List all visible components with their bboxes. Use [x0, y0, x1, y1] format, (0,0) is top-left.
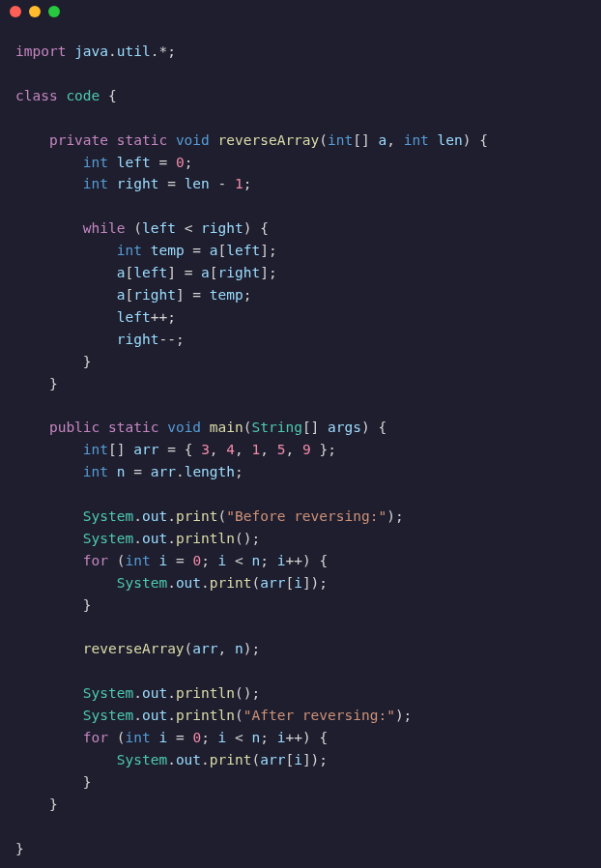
class-System: System: [83, 685, 133, 701]
var-right: right: [117, 332, 159, 347]
var-i: i: [158, 730, 167, 745]
var-a: a: [117, 287, 126, 303]
var-arr: arr: [133, 442, 158, 457]
type-int: int: [83, 442, 108, 457]
type-int: int: [404, 132, 429, 148]
method-print: print: [210, 752, 252, 767]
keyword-while: while: [83, 220, 126, 236]
close-dot[interactable]: [10, 6, 21, 17]
field-out: out: [142, 508, 167, 524]
var-args: args: [328, 420, 361, 435]
var-left: left: [133, 265, 167, 280]
var-n: n: [252, 730, 261, 745]
num-0: 0: [192, 553, 201, 568]
type-int: int: [126, 553, 151, 568]
var-a: a: [201, 265, 210, 280]
field-out: out: [142, 531, 167, 546]
var-n: n: [235, 641, 243, 656]
minimize-dot[interactable]: [29, 6, 41, 17]
type-int: int: [328, 132, 353, 148]
keyword-static: static: [108, 420, 158, 435]
var-temp: temp: [210, 287, 243, 303]
num-4: 4: [226, 442, 235, 457]
pkg-java: java: [74, 43, 108, 59]
type-int: int: [83, 176, 108, 191]
pkg-util: util: [117, 43, 151, 59]
string-before: "Before reversing:": [226, 508, 386, 524]
class-System: System: [83, 708, 133, 723]
var-arr: arr: [260, 575, 285, 591]
type-int: int: [126, 730, 151, 745]
type-int: int: [117, 243, 142, 258]
method-println: println: [176, 708, 235, 723]
class-System: System: [117, 575, 167, 591]
var-len: len: [438, 132, 463, 148]
code-editor[interactable]: import java.util.*; class code { private…: [0, 23, 601, 868]
type-int: int: [83, 464, 108, 479]
method-print: print: [210, 575, 252, 591]
var-len: len: [185, 176, 210, 191]
method-reverseArray: reverseArray: [218, 132, 320, 148]
call-reverseArray: reverseArray: [83, 641, 185, 656]
keyword-for: for: [83, 730, 108, 745]
field-out: out: [142, 685, 167, 701]
method-print: print: [176, 508, 218, 524]
method-println: println: [176, 685, 235, 701]
method-main: main: [210, 420, 243, 435]
var-temp: temp: [151, 243, 185, 258]
var-i: i: [294, 752, 302, 767]
keyword-void: void: [176, 132, 210, 148]
keyword-private: private: [49, 132, 108, 148]
class-code: code: [66, 88, 100, 103]
prop-length: length: [185, 464, 235, 479]
var-n: n: [117, 464, 126, 479]
var-a: a: [117, 265, 126, 280]
keyword-import: import: [15, 43, 66, 59]
field-out: out: [176, 575, 201, 591]
var-i: i: [218, 553, 227, 568]
keyword-class: class: [15, 88, 58, 103]
var-i: i: [218, 730, 227, 745]
class-System: System: [83, 531, 133, 546]
num-0: 0: [176, 155, 185, 170]
var-arr: arr: [192, 641, 217, 656]
method-println: println: [176, 531, 235, 546]
keyword-static: static: [117, 132, 167, 148]
num-9: 9: [302, 442, 311, 457]
var-right: right: [201, 220, 243, 236]
var-left: left: [142, 220, 176, 236]
maximize-dot[interactable]: [48, 6, 60, 17]
var-right: right: [117, 176, 159, 191]
class-System: System: [117, 752, 167, 767]
class-System: System: [83, 508, 133, 524]
num-3: 3: [201, 442, 210, 457]
num-0: 0: [192, 730, 201, 745]
var-i: i: [294, 575, 302, 591]
keyword-void: void: [167, 420, 201, 435]
string-after: "After reversing:": [243, 708, 395, 723]
type-int: int: [83, 155, 108, 170]
keyword-for: for: [83, 553, 108, 568]
var-a: a: [210, 243, 218, 258]
window-titlebar: [0, 0, 601, 23]
var-a: a: [378, 132, 386, 148]
var-i: i: [158, 553, 167, 568]
var-right: right: [133, 287, 176, 303]
var-left: left: [117, 155, 151, 170]
var-right: right: [218, 265, 261, 280]
num-1: 1: [252, 442, 261, 457]
field-out: out: [176, 752, 201, 767]
keyword-public: public: [49, 420, 100, 435]
code-content: import java.util.*; class code { private…: [15, 41, 586, 860]
field-out: out: [142, 708, 167, 723]
num-1: 1: [235, 176, 243, 191]
var-arr: arr: [151, 464, 176, 479]
var-left: left: [117, 309, 151, 325]
type-String: String: [251, 420, 301, 435]
var-left: left: [226, 243, 260, 258]
var-n: n: [252, 553, 261, 568]
var-arr: arr: [260, 752, 285, 767]
